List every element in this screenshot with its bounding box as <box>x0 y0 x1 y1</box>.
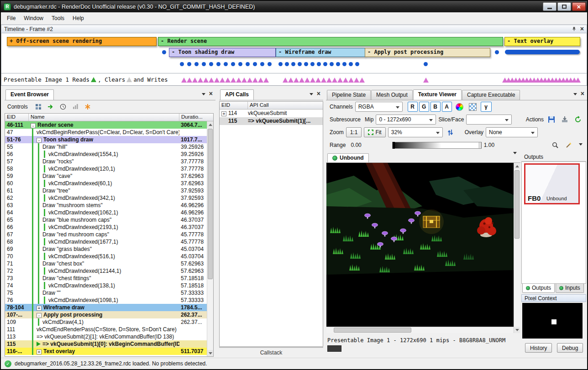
zoom-range-icon[interactable] <box>550 140 561 150</box>
timeline-track[interactable]: + Off-screen scene rendering- Render sce… <box>1 33 587 73</box>
timeline-event-dot[interactable] <box>495 50 499 54</box>
timeline-event-bar[interactable] <box>505 50 580 54</box>
timeline-event-dot[interactable] <box>202 62 206 66</box>
texture-tab-unbound[interactable]: Unbound <box>327 153 369 162</box>
texture-vertical-scrollbar[interactable] <box>514 163 520 333</box>
timeline-event-dot[interactable] <box>268 62 272 66</box>
range-black-handle[interactable] <box>393 142 395 149</box>
tab-outputs[interactable]: Outputs <box>522 284 555 293</box>
autofit-wand-icon[interactable] <box>563 140 574 150</box>
event-row[interactable]: 55Draw "hill"39.25926 <box>5 143 213 151</box>
timeline-event-dot[interactable] <box>187 62 191 66</box>
timeline-block[interactable]: + Off-screen scene rendering <box>7 37 157 46</box>
tree-toggle-icon[interactable]: + <box>221 111 226 116</box>
event-row[interactable]: 62vkCmdDrawIndexed(342,1)37.92593 <box>5 194 213 202</box>
close-button[interactable] <box>572 2 586 11</box>
toolbar-overflow-icon[interactable] <box>579 143 583 147</box>
texture-tabs-dropdown-icon[interactable] <box>509 154 520 162</box>
timeline-event-dot[interactable] <box>298 62 302 66</box>
event-row[interactable]: 78-104+Wireframe draw1784.5... <box>5 304 213 311</box>
tree-toggle-icon[interactable]: + <box>37 349 42 354</box>
mip-dropdown[interactable]: 0 - 1272x690 <box>376 115 436 125</box>
tree-toggle-icon[interactable]: - <box>37 138 42 143</box>
timeline-event-dot[interactable] <box>238 62 242 66</box>
event-browser-scrollbar[interactable] <box>207 121 213 356</box>
bookmark-icon[interactable] <box>82 102 93 112</box>
event-row[interactable]: 63Draw "mushroom stems"46.96296 <box>5 202 213 209</box>
timeline-block[interactable]: - Wireframe draw <box>276 48 365 57</box>
dock-menu-icon[interactable] <box>573 93 577 97</box>
range-slider[interactable] <box>392 142 482 149</box>
texture-display[interactable] <box>326 163 514 327</box>
event-row[interactable]: 58vkCmdDrawIndexed(120,1)37.77778 <box>5 165 213 172</box>
dock-close-icon[interactable] <box>209 91 213 97</box>
event-row[interactable]: 107-...-Apply post processing262.37... <box>5 311 213 318</box>
minimize-button[interactable] <box>543 2 556 11</box>
gamma-button[interactable]: γ <box>481 102 492 112</box>
channel-button-a[interactable]: A <box>442 102 452 112</box>
dock-close-icon[interactable] <box>581 91 584 97</box>
event-row[interactable]: 113=> vkQueueSubmit(2)[1]: vkEndCommandB… <box>5 333 213 340</box>
find-icon[interactable] <box>33 102 44 112</box>
color-wheel-icon[interactable] <box>454 102 465 112</box>
event-row[interactable]: 116-...+Text overlay511.7037 <box>5 348 213 355</box>
timeline-event-dot[interactable] <box>194 62 199 66</box>
event-row[interactable]: 57Draw "rocks"37.77778 <box>5 158 213 165</box>
slice-face-dropdown[interactable] <box>466 115 512 125</box>
channel-button-b[interactable]: B <box>430 102 441 112</box>
timeline-event-dot[interactable] <box>162 50 166 54</box>
timeline-event-dot[interactable] <box>285 62 289 66</box>
event-row[interactable]: 60vkCmdDrawIndexed(60,1)37.62963 <box>5 180 213 187</box>
event-row[interactable]: 70vkCmdDrawIndexed(516,1)45.03704 <box>5 253 213 260</box>
output-thumbnail-fb0[interactable]: FB0 Unbound <box>524 163 580 204</box>
event-row[interactable]: 76vkCmdDrawIndexed(1098,1)57.33333 <box>5 297 213 304</box>
timeline-block[interactable]: - Render scene <box>158 37 503 46</box>
timeline-event-dot[interactable] <box>209 62 213 66</box>
event-row[interactable]: 74vkCmdDrawIndexed(138,1)57.18518 <box>5 282 213 289</box>
timeline-event-dot[interactable] <box>216 62 220 66</box>
tab-mesh-output[interactable]: Mesh Output <box>371 90 413 100</box>
timeline-event-dot[interactable] <box>424 62 428 66</box>
range-white-handle[interactable] <box>479 142 481 149</box>
history-button[interactable]: History <box>525 343 552 353</box>
timeline-event-dot[interactable] <box>278 62 283 66</box>
time-draws-icon[interactable] <box>58 102 68 112</box>
zoom-dropdown[interactable]: 32% <box>388 127 443 137</box>
tree-toggle-icon[interactable]: + <box>37 306 42 311</box>
tab-inputs[interactable]: Inputs <box>556 284 584 293</box>
event-row[interactable]: 75Draw ""57.33333 <box>5 289 213 297</box>
event-row[interactable]: 66vkCmdDrawIndexed(2193,1)46.37037 <box>5 224 213 231</box>
event-row[interactable]: 46-111-Render scene3064.7... <box>5 121 213 129</box>
timeline-event-dot[interactable] <box>253 62 257 66</box>
event-row[interactable]: 71Draw "chest box"57.62963 <box>5 260 213 267</box>
timeline-event-dot[interactable] <box>291 62 295 66</box>
timeline-block[interactable]: - Toon shading draw <box>169 48 276 57</box>
goto-eid-icon[interactable] <box>45 102 56 112</box>
event-row[interactable]: 109vkCmdDraw(4,1)262.37... <box>5 318 213 326</box>
event-row[interactable]: 73Draw "chest fittings"57.18518 <box>5 275 213 282</box>
maximize-button[interactable] <box>557 2 571 11</box>
channel-button-r[interactable]: R <box>408 102 418 112</box>
timeline-event-dot[interactable] <box>355 62 359 66</box>
tab-texture-viewer[interactable]: Texture Viewer <box>413 89 462 100</box>
event-row[interactable]: 64vkCmdDrawIndexed(1062,1)46.96296 <box>5 209 213 216</box>
dock-menu-icon[interactable] <box>202 93 205 97</box>
timeline-event-dot[interactable] <box>246 62 250 66</box>
event-row[interactable]: 68vkCmdDrawIndexed(1677,1)45.77778 <box>5 238 213 245</box>
overlay-dropdown[interactable]: None <box>486 127 538 137</box>
debug-button[interactable]: Debug <box>557 343 583 353</box>
scroll-down-icon[interactable] <box>207 350 213 356</box>
timeline-event-dot[interactable] <box>231 62 235 66</box>
timeline-event-dot[interactable] <box>260 62 264 66</box>
timeline-event-dot[interactable] <box>180 62 184 66</box>
timeline-block[interactable]: - Apply post processing <box>365 48 490 57</box>
flip-y-icon[interactable] <box>445 127 456 137</box>
timeline-event-dot[interactable] <box>323 62 327 66</box>
menu-item-file[interactable]: File <box>3 13 20 24</box>
fit-button[interactable]: Fit <box>364 127 385 137</box>
timeline-close-icon[interactable] <box>580 26 584 32</box>
tab-capture-executable[interactable]: Capture Executable <box>462 90 520 100</box>
timeline-event-dot[interactable] <box>336 62 340 66</box>
timeline-event-dot[interactable] <box>304 62 308 66</box>
channel-button-g[interactable]: G <box>419 102 429 112</box>
